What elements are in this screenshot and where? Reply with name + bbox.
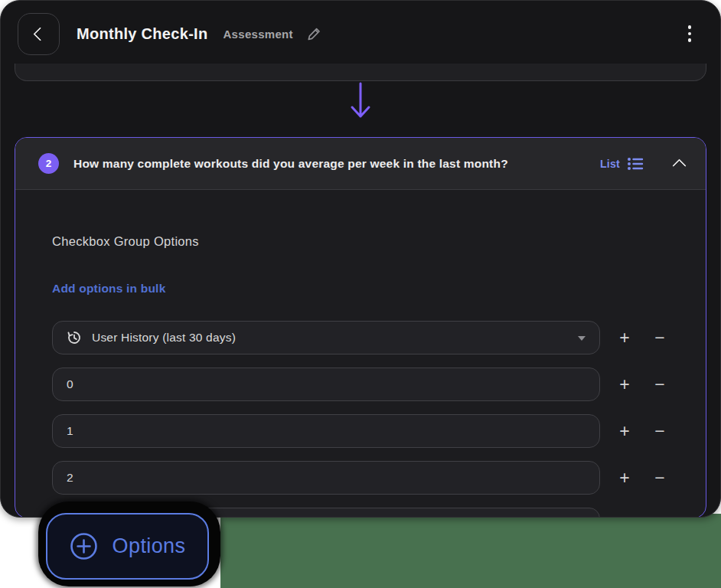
add-option-button[interactable]: +: [611, 417, 638, 445]
option-row: 1 + −: [52, 414, 706, 448]
option-row: 0 + −: [52, 368, 706, 401]
question-card-body: Checkbox Group Options Add options in bu…: [15, 190, 706, 518]
previous-question-card-partial[interactable]: [15, 64, 706, 81]
collapse-chevron-icon[interactable]: [672, 158, 686, 172]
row-stepper: + −: [611, 464, 674, 492]
add-option-button[interactable]: +: [611, 324, 638, 351]
kebab-dot: [688, 32, 692, 36]
question-card-header[interactable]: 2 How many complete workouts did you ave…: [15, 138, 706, 190]
desktop-backdrop: [220, 514, 721, 588]
edit-title-button[interactable]: [307, 27, 321, 41]
row-stepper: + −: [611, 417, 674, 445]
row-stepper: + −: [611, 371, 674, 398]
kebab-dot: [688, 38, 692, 42]
row-stepper: + −: [611, 324, 674, 351]
pencil-icon: [307, 27, 321, 41]
remove-option-button[interactable]: −: [646, 464, 674, 492]
back-button[interactable]: [18, 13, 60, 55]
top-bar: Monthly Check-In Assessment: [1, 1, 720, 67]
option-field-1[interactable]: 1: [52, 414, 600, 448]
option-rows: User History (last 30 days) + − 0 + −: [52, 321, 706, 518]
page-subtitle: Assessment: [223, 28, 292, 41]
option-field-0[interactable]: 0: [52, 368, 600, 401]
question-number-badge: 2: [38, 153, 59, 174]
option-field-user-history[interactable]: User History (last 30 days): [52, 321, 600, 354]
flow-down-arrow-icon: [349, 80, 372, 128]
dropdown-caret-icon[interactable]: [578, 336, 586, 341]
option-value: 1: [67, 424, 73, 438]
plus-circle-icon: [70, 532, 98, 560]
remove-option-button[interactable]: −: [646, 417, 674, 445]
kebab-dot: [688, 25, 692, 29]
options-button[interactable]: Options: [46, 513, 209, 580]
chevron-left-icon: [33, 27, 47, 41]
kebab-menu-button[interactable]: [685, 22, 695, 45]
remove-option-button[interactable]: −: [646, 324, 674, 351]
app-window: Monthly Check-In Assessment 2 How many c…: [0, 0, 721, 518]
question-text: How many complete workouts did you avera…: [73, 157, 600, 171]
options-section-title: Checkbox Group Options: [52, 234, 706, 249]
add-option-button[interactable]: +: [611, 464, 638, 492]
option-value: 2: [67, 471, 73, 485]
options-button-highlight: Options: [38, 501, 220, 586]
option-value: User History (last 30 days): [92, 331, 236, 345]
add-option-button[interactable]: +: [611, 371, 638, 398]
question-card: 2 How many complete workouts did you ave…: [15, 137, 706, 518]
option-row: 2 + −: [52, 461, 706, 495]
remove-option-button[interactable]: −: [646, 371, 674, 398]
options-button-label: Options: [113, 534, 186, 558]
list-type-icon[interactable]: [627, 156, 644, 172]
option-value: 0: [67, 377, 73, 391]
history-icon: [67, 330, 82, 345]
option-row: User History (last 30 days) + −: [52, 321, 706, 354]
page-title: Monthly Check-In: [77, 25, 207, 43]
question-type-label[interactable]: List: [600, 158, 620, 170]
add-options-in-bulk-link[interactable]: Add options in bulk: [52, 282, 165, 296]
option-field-2[interactable]: 2: [52, 461, 600, 495]
